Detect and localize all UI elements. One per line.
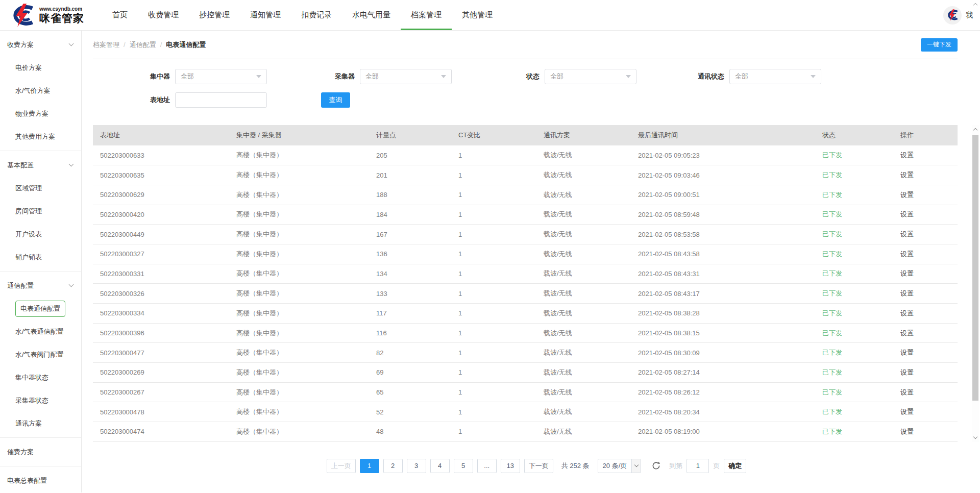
page-button-4[interactable]: 4	[430, 459, 450, 473]
page-button-1[interactable]: 1	[360, 459, 379, 473]
settings-link[interactable]: 设置	[893, 284, 958, 304]
cell-point: 201	[369, 165, 451, 185]
user-menu[interactable]: 我	[943, 6, 980, 24]
cell-time: 2021-02-05 08:30:09	[631, 343, 815, 363]
sidebar-item-water-gas-price-plan[interactable]: 水/气价方案	[0, 79, 81, 102]
page-button-3[interactable]: 3	[407, 459, 426, 473]
settings-link[interactable]: 设置	[893, 304, 958, 324]
settings-link[interactable]: 设置	[893, 225, 958, 244]
cell-collector: 高楼（集中器）	[229, 264, 369, 284]
filter-panel: 集中器全部采集器全部状态全部通讯状态全部 表地址 查询	[93, 59, 980, 108]
refresh-button[interactable]	[651, 461, 661, 471]
table-row: 502203000474高楼（集中器）481载波/无线2021-02-05 08…	[93, 422, 958, 442]
sidebar-group-payment-reminder-plan[interactable]: 催费方案	[0, 440, 81, 463]
cell-addr: 502203000267	[93, 382, 229, 402]
settings-link[interactable]: 设置	[893, 422, 958, 442]
confirm-button[interactable]: 确定	[724, 459, 746, 473]
settings-link[interactable]: 设置	[893, 363, 958, 383]
chevron-down-icon	[634, 463, 639, 467]
settings-link[interactable]: 设置	[893, 323, 958, 343]
sidebar-item-other-fee-plan[interactable]: 其他费用方案	[0, 125, 81, 148]
filter-select-status[interactable]: 全部	[545, 69, 636, 84]
nav-item-archive-management[interactable]: 档案管理	[409, 0, 444, 30]
page-size-select[interactable]: 20 条/页	[598, 459, 642, 473]
caret-down-icon	[626, 75, 631, 78]
page-ellipsis[interactable]: ...	[477, 459, 497, 473]
page-button-5[interactable]: 5	[454, 459, 473, 473]
settings-link[interactable]: 设置	[893, 402, 958, 422]
cell-point: 136	[369, 244, 451, 264]
settings-link[interactable]: 设置	[893, 205, 958, 225]
settings-link[interactable]: 设置	[893, 264, 958, 284]
sidebar-group-communication-config[interactable]: 通信配置	[0, 274, 81, 297]
sidebar-item-comm-plan[interactable]: 通讯方案	[0, 412, 81, 435]
settings-link[interactable]: 设置	[893, 145, 958, 165]
filter-select-concentrator[interactable]: 全部	[175, 69, 267, 84]
page-button-2[interactable]: 2	[383, 459, 403, 473]
table-row: 502203000477高楼（集中器）821载波/无线2021-02-05 08…	[93, 343, 958, 363]
select-arrow-box[interactable]	[631, 459, 641, 473]
settings-link[interactable]: 设置	[893, 244, 958, 264]
sidebar-item-electricity-price-plan[interactable]: 电价方案	[0, 56, 81, 79]
nav-item-notification[interactable]: 通知管理	[248, 0, 283, 30]
status-badge: 已下发	[815, 165, 893, 185]
nav-item-home[interactable]: 首页	[110, 0, 130, 30]
filter-select-comm-status[interactable]: 全部	[729, 69, 821, 84]
scrollbar-thumb[interactable]	[972, 135, 978, 401]
main-nav: 首页收费管理抄控管理通知管理扣费记录水电气用量档案管理其他管理	[102, 0, 503, 30]
nav-item-other-management[interactable]: 其他管理	[460, 0, 495, 30]
nav-item-utility-usage[interactable]: 水电气用量	[350, 0, 393, 30]
sidebar-group-charging-plan[interactable]: 收费方案	[0, 33, 81, 56]
cell-ct: 1	[451, 343, 536, 363]
sidebar-item-meter-comm-config[interactable]: 电表通信配置	[0, 297, 81, 320]
cell-point: 184	[369, 205, 451, 225]
breadcrumb-item-0[interactable]: 档案管理	[93, 40, 119, 50]
breadcrumb-row: 档案管理/通信配置/电表通信配置 一键下发	[93, 31, 958, 59]
sidebar-item-collector-status[interactable]: 采集器状态	[0, 389, 81, 412]
status-badge: 已下发	[815, 205, 893, 225]
sidebar-item-concentrator-status[interactable]: 集中器状态	[0, 366, 81, 389]
prev-page-button[interactable]: 上一页	[327, 459, 356, 473]
cell-plan: 载波/无线	[536, 185, 631, 205]
nav-item-meter-control[interactable]: 抄控管理	[197, 0, 232, 30]
cell-addr: 502203000396	[93, 323, 229, 343]
nav-item-fee-management[interactable]: 收费管理	[146, 0, 181, 30]
settings-link[interactable]: 设置	[893, 382, 958, 402]
sidebar-item-account-open-meter[interactable]: 开户设表	[0, 223, 81, 245]
brand-logo[interactable]: www.csyndb.com 咪雀管家	[0, 4, 102, 27]
sidebar-item-account-close-meter[interactable]: 销户销表	[0, 245, 81, 268]
jump-suffix: 页	[713, 461, 720, 471]
meter-address-input[interactable]	[175, 92, 267, 108]
sidebar-item-water-gas-meter-comm-config[interactable]: 水/气表通信配置	[0, 320, 81, 343]
jump-page-input[interactable]	[687, 459, 709, 473]
scroll-up-arrow[interactable]	[972, 125, 979, 133]
cell-point: 167	[369, 225, 451, 244]
settings-link[interactable]: 设置	[893, 165, 958, 185]
filter-select-collector[interactable]: 全部	[360, 69, 452, 84]
batch-send-button[interactable]: 一键下发	[921, 38, 958, 52]
avatar[interactable]	[943, 6, 962, 24]
chevron-up-icon	[973, 128, 977, 132]
cell-plan: 载波/无线	[536, 284, 631, 304]
sidebar-item-water-gas-valve-config[interactable]: 水/气表阀门配置	[0, 343, 81, 366]
sidebar-item-label: 区域管理	[15, 184, 42, 193]
breadcrumb: 档案管理/通信配置/电表通信配置	[93, 40, 206, 50]
sidebar-item-property-fee-plan[interactable]: 物业费方案	[0, 102, 81, 125]
settings-link[interactable]: 设置	[893, 343, 958, 363]
search-button[interactable]: 查询	[321, 92, 350, 108]
breadcrumb-item-1[interactable]: 通信配置	[130, 40, 156, 50]
sidebar-item-room-management[interactable]: 房间管理	[0, 200, 81, 223]
settings-link[interactable]: 设置	[893, 185, 958, 205]
chevron-down-icon	[69, 41, 74, 46]
page-button-13[interactable]: 13	[501, 459, 520, 473]
next-page-button[interactable]: 下一页	[524, 459, 553, 473]
nav-item-deduction-records[interactable]: 扣费记录	[299, 0, 334, 30]
sidebar-group-master-meter-config[interactable]: 电表总表配置	[0, 469, 81, 492]
cell-point: 133	[369, 284, 451, 304]
scroll-down-arrow[interactable]	[972, 434, 979, 442]
table-scrollbar[interactable]	[972, 125, 979, 442]
cell-collector: 高楼（集中器）	[229, 323, 369, 343]
sidebar-group-basic-config[interactable]: 基本配置	[0, 154, 81, 177]
sidebar-item-region-management[interactable]: 区域管理	[0, 177, 81, 200]
column-header-plan: 通讯方案	[536, 125, 631, 145]
